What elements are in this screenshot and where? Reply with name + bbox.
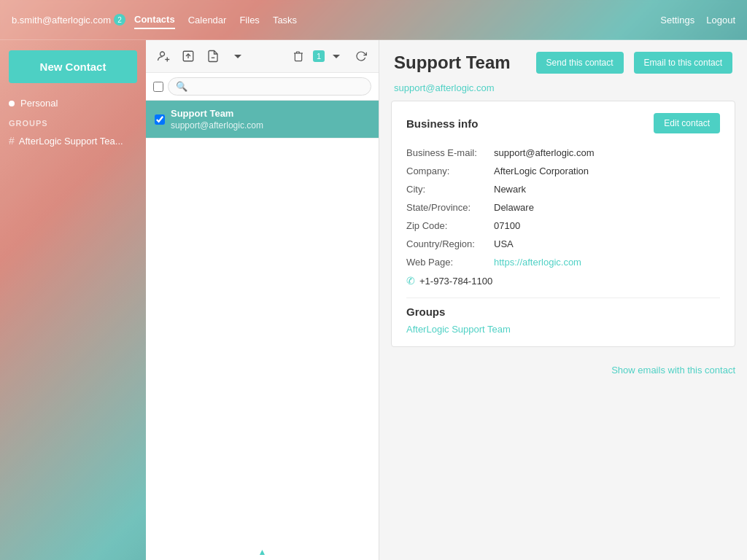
field-label-city: City: [406, 184, 494, 195]
field-label-business-email: Business E-mail: [406, 147, 494, 158]
topbar-right: Settings Logout [660, 15, 735, 26]
contact-header: Support Team Send this contact Email to … [379, 40, 747, 82]
refresh-icon[interactable] [351, 46, 371, 66]
topbar: b.smith@afterlogic.com2 Contacts Calenda… [0, 0, 747, 40]
personal-label: Personal [20, 98, 58, 109]
field-value-city: Newark [494, 184, 526, 195]
field-label-state: State/Province: [406, 202, 494, 213]
field-city: City: Newark [406, 180, 720, 198]
card-header: Business info Edit contact [406, 113, 720, 133]
field-country: Country/Region: USA [406, 235, 720, 253]
field-company: Company: AfterLogic Corporation [406, 162, 720, 180]
email-contact-button[interactable]: Email to this contact [634, 52, 732, 74]
field-value-business-email: support@afterlogic.com [494, 147, 594, 158]
search-bar: 🔍 [146, 73, 379, 101]
selection-dropdown-icon[interactable] [326, 46, 347, 66]
field-label-country: Country/Region: [406, 238, 494, 249]
svg-point-0 [160, 52, 165, 56]
section-divider [406, 298, 720, 298]
groups-heading: GROUPS [0, 113, 146, 131]
search-input[interactable] [190, 81, 363, 92]
main-layout: New Contact Personal GROUPS # AfterLogic… [0, 40, 747, 560]
export-icon[interactable] [203, 46, 223, 66]
nav-calendar[interactable]: Calendar [188, 12, 227, 28]
group-item-link[interactable]: AfterLogic Support Team [406, 324, 511, 335]
phone-row: ✆ +1-973-784-1100 [406, 271, 720, 290]
selection-count-badge: 1 [313, 50, 325, 62]
nav-files[interactable]: Files [239, 12, 259, 28]
contact-list: Support Team support@afterlogic.com [146, 101, 379, 544]
sidebar-item-afterlogic-support[interactable]: # AfterLogic Support Tea... [0, 131, 146, 151]
contact-detail-name: Support Team [394, 52, 526, 73]
contact-name: Support Team [171, 108, 370, 119]
contact-detail-email: support@afterlogic.com [379, 82, 747, 101]
show-emails-link[interactable]: Show emails with this contact [611, 365, 735, 376]
phone-icon: ✆ [406, 275, 415, 287]
field-value-state: Delaware [494, 202, 534, 213]
field-label-company: Company: [406, 166, 494, 176]
business-info-title: Business info [406, 117, 478, 130]
field-value-webpage[interactable]: https://afterlogic.com [494, 257, 581, 268]
settings-link[interactable]: Settings [660, 15, 694, 26]
selection-count-wrap: 1 [313, 46, 347, 66]
right-panel: Support Team Send this contact Email to … [379, 40, 747, 560]
search-input-wrap[interactable]: 🔍 [168, 77, 371, 96]
sidebar-item-personal[interactable]: Personal [0, 93, 146, 113]
add-contact-icon[interactable] [153, 46, 174, 66]
contact-item[interactable]: Support Team support@afterlogic.com [146, 101, 379, 139]
nav-tasks[interactable]: Tasks [273, 12, 297, 28]
field-value-zip: 07100 [494, 220, 520, 231]
send-contact-button[interactable]: Send this contact [536, 52, 624, 74]
notification-badge: 2 [114, 14, 125, 26]
logout-link[interactable]: Logout [706, 15, 735, 26]
contact-select-checkbox[interactable] [155, 114, 165, 125]
field-state: State/Province: Delaware [406, 198, 720, 217]
field-value-country: USA [494, 238, 514, 249]
nav-contacts[interactable]: Contacts [134, 11, 175, 29]
scroll-indicator: ▲ [146, 544, 379, 560]
business-info-card: Business info Edit contact Business E-ma… [391, 101, 735, 347]
svg-marker-7 [333, 55, 340, 58]
phone-value: +1-973-784-1100 [419, 276, 492, 287]
hash-icon: # [9, 135, 15, 147]
field-business-email: Business E-mail: support@afterlogic.com [406, 144, 720, 162]
field-zip: Zip Code: 07100 [406, 217, 720, 235]
personal-dot-icon [9, 101, 15, 106]
svg-marker-6 [234, 55, 241, 58]
middle-panel: 1 🔍 Support Tea [146, 40, 379, 560]
user-email[interactable]: b.smith@afterlogic.com [12, 15, 111, 26]
delete-icon[interactable] [288, 46, 309, 66]
search-icon: 🔍 [176, 81, 187, 92]
export-dropdown-icon[interactable] [228, 46, 248, 66]
contact-info: Support Team support@afterlogic.com [171, 108, 370, 131]
group-label: AfterLogic Support Tea... [19, 136, 123, 147]
field-webpage: Web Page: https://afterlogic.com [406, 253, 720, 271]
field-value-company: AfterLogic Corporation [494, 166, 589, 176]
field-label-zip: Zip Code: [406, 220, 494, 231]
show-emails-wrap: Show emails with this contact [379, 359, 747, 381]
select-all-checkbox[interactable] [153, 82, 163, 92]
sidebar: New Contact Personal GROUPS # AfterLogic… [0, 40, 146, 560]
new-contact-button[interactable]: New Contact [9, 50, 137, 83]
edit-contact-button[interactable]: Edit contact [654, 113, 720, 133]
import-icon[interactable] [178, 46, 198, 66]
contact-email-list: support@afterlogic.com [171, 120, 370, 131]
field-label-webpage: Web Page: [406, 257, 494, 268]
contact-email-link[interactable]: support@afterlogic.com [394, 82, 494, 93]
groups-section-title: Groups [406, 306, 720, 318]
main-nav: Contacts Calendar Files Tasks [134, 11, 660, 29]
contact-toolbar: 1 [146, 40, 379, 73]
